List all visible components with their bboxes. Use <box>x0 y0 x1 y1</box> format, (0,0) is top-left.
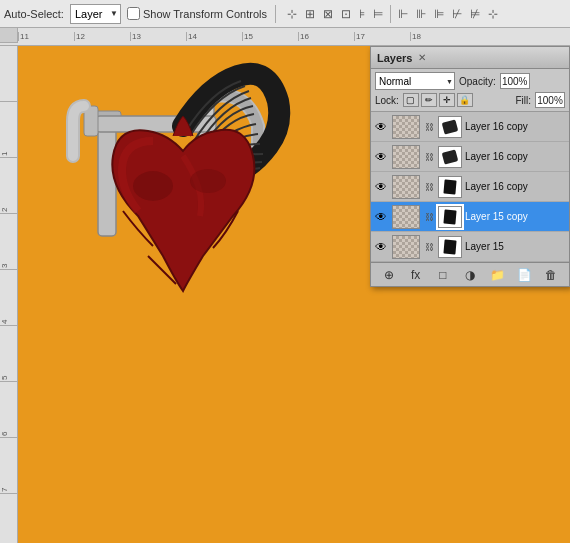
layer-chain-1: ⛓ <box>423 150 435 164</box>
ruler-tick-12: 12 <box>74 32 130 41</box>
layer-mask-1[interactable] <box>438 146 462 168</box>
lock-transparent-icon[interactable]: ▢ <box>403 93 419 107</box>
dist-l-icon[interactable]: ⊫ <box>431 5 447 23</box>
layer-mask-0[interactable] <box>438 116 462 138</box>
layer-item-4[interactable]: 👁⛓Layer 15 <box>371 232 569 262</box>
align-right-icon[interactable]: ⊠ <box>320 5 336 23</box>
show-transform-wrap[interactable]: Show Transform Controls <box>127 7 267 20</box>
show-transform-checkbox[interactable] <box>127 7 140 20</box>
layers-bottom-bar: ⊕ fx □ ◑ 📁 📄 🗑 <box>371 262 569 286</box>
svg-point-6 <box>190 169 226 193</box>
link-layers-icon[interactable]: ⊕ <box>379 266 399 284</box>
ruler-top-row: 11 12 13 14 15 16 17 18 <box>0 28 570 46</box>
layer-name-1: Layer 16 copy <box>465 151 567 162</box>
align-middle-icon[interactable]: ⊧ <box>356 5 368 23</box>
layer-select-wrap[interactable]: Layer Group <box>70 4 121 24</box>
opacity-value[interactable]: 100% <box>500 73 530 89</box>
ruler-left-tick-1 <box>0 46 17 102</box>
layers-panel-header: Layers ✕ <box>371 47 569 69</box>
toolbar: Auto-Select: Layer Group Show Transform … <box>0 0 570 28</box>
layers-panel-close-icon[interactable]: ✕ <box>418 52 426 63</box>
layer-chain-2: ⛓ <box>423 180 435 194</box>
ruler-left-tick-2: 1 <box>0 102 17 158</box>
lock-position-icon[interactable]: ✛ <box>439 93 455 107</box>
layers-row2: Lock: ▢ ✏ ✛ 🔒 Fill: 100% <box>375 92 565 108</box>
layer-mask-4[interactable] <box>438 236 462 258</box>
layer-style-icon[interactable]: fx <box>406 266 426 284</box>
layer-thumb-0 <box>392 115 420 139</box>
layer-eye-3[interactable]: 👁 <box>373 209 389 225</box>
layer-thumb-1 <box>392 145 420 169</box>
layer-name-0: Layer 16 copy <box>465 121 567 132</box>
layer-item-1[interactable]: 👁⛓Layer 16 copy <box>371 142 569 172</box>
layer-mask-3[interactable] <box>438 206 462 228</box>
fill-value[interactable]: 100% <box>535 92 565 108</box>
lock-icons: ▢ ✏ ✛ 🔒 <box>403 93 473 107</box>
svg-point-5 <box>133 171 173 201</box>
ruler-tick-11: 11 <box>18 32 74 41</box>
new-layer-icon[interactable]: 📄 <box>514 266 534 284</box>
layer-eye-1[interactable]: 👁 <box>373 149 389 165</box>
ruler-left-tick-5: 4 <box>0 270 17 326</box>
toolbar-sep2 <box>390 5 391 23</box>
align-left-icon[interactable]: ⊹ <box>284 5 300 23</box>
ruler-left-tick-3: 2 <box>0 158 17 214</box>
ruler-left: 1 2 3 4 5 6 7 <box>0 46 18 543</box>
blend-mode-select[interactable]: Normal Multiply Screen <box>375 72 455 90</box>
ruler-left-tick-7: 6 <box>0 382 17 438</box>
ruler-left-tick-8: 7 <box>0 438 17 494</box>
lock-all-icon[interactable]: 🔒 <box>457 93 473 107</box>
dist-t-icon[interactable]: ⊭ <box>467 5 483 23</box>
add-mask-icon[interactable]: □ <box>433 266 453 284</box>
layer-item-2[interactable]: 👁⛓Layer 16 copy <box>371 172 569 202</box>
heart-illustration <box>38 56 358 476</box>
ruler-left-tick-6: 5 <box>0 326 17 382</box>
blend-mode-wrap[interactable]: Normal Multiply Screen <box>375 72 455 90</box>
lock-label: Lock: <box>375 95 399 106</box>
dist-v-icon[interactable]: ⊪ <box>413 5 429 23</box>
dist-b-icon[interactable]: ⊹ <box>485 5 501 23</box>
ruler-tick-14: 14 <box>186 32 242 41</box>
layers-panel-title: Layers <box>377 52 412 64</box>
heart-body <box>112 116 254 291</box>
layer-thumb-2 <box>392 175 420 199</box>
lock-image-icon[interactable]: ✏ <box>421 93 437 107</box>
main-area: 1 2 3 4 5 6 7 <box>0 46 570 543</box>
dist-h-icon[interactable]: ⊩ <box>395 5 411 23</box>
ruler-tick-16: 16 <box>298 32 354 41</box>
layer-chain-3: ⛓ <box>423 210 435 224</box>
fill-label: Fill: <box>515 95 531 106</box>
dist-r-icon[interactable]: ⊬ <box>449 5 465 23</box>
delete-layer-icon[interactable]: 🗑 <box>541 266 561 284</box>
layer-select[interactable]: Layer Group <box>70 4 121 24</box>
ruler-tick-17: 17 <box>354 32 410 41</box>
layer-item-0[interactable]: 👁⛓Layer 16 copy <box>371 112 569 142</box>
layer-eye-4[interactable]: 👁 <box>373 239 389 255</box>
layer-name-2: Layer 16 copy <box>465 181 567 192</box>
new-adjustment-icon[interactable]: ◑ <box>460 266 480 284</box>
layers-controls: Normal Multiply Screen Opacity: 100% Loc… <box>371 69 569 112</box>
layers-list: 👁⛓Layer 16 copy👁⛓Layer 16 copy👁⛓Layer 16… <box>371 112 569 262</box>
ruler-tick-15: 15 <box>242 32 298 41</box>
layer-chain-0: ⛓ <box>423 120 435 134</box>
toolbar-icon-group: ⊹ ⊞ ⊠ ⊡ ⊧ ⊨ ⊩ ⊪ ⊫ ⊬ ⊭ ⊹ <box>284 5 501 23</box>
align-top-icon[interactable]: ⊡ <box>338 5 354 23</box>
layer-name-4: Layer 15 <box>465 241 567 252</box>
new-group-icon[interactable]: 📁 <box>487 266 507 284</box>
layer-name-3: Layer 15 copy <box>465 211 567 222</box>
ruler-tick-13: 13 <box>130 32 186 41</box>
canvas-area: Layers ✕ Normal Multiply Screen Opacity:… <box>18 46 570 543</box>
toolbar-separator-1 <box>275 5 276 23</box>
layer-eye-0[interactable]: 👁 <box>373 119 389 135</box>
ruler-top: 11 12 13 14 15 16 17 18 <box>18 32 570 43</box>
show-transform-label: Show Transform Controls <box>143 8 267 20</box>
layer-item-3[interactable]: 👁⛓Layer 15 copy <box>371 202 569 232</box>
align-center-icon[interactable]: ⊞ <box>302 5 318 23</box>
layer-mask-2[interactable] <box>438 176 462 198</box>
align-bottom-icon[interactable]: ⊨ <box>370 5 386 23</box>
layer-chain-4: ⛓ <box>423 240 435 254</box>
layers-row1: Normal Multiply Screen Opacity: 100% <box>375 72 565 90</box>
auto-select-label: Auto-Select: <box>4 8 64 20</box>
layer-eye-2[interactable]: 👁 <box>373 179 389 195</box>
ruler-corner <box>0 28 18 43</box>
